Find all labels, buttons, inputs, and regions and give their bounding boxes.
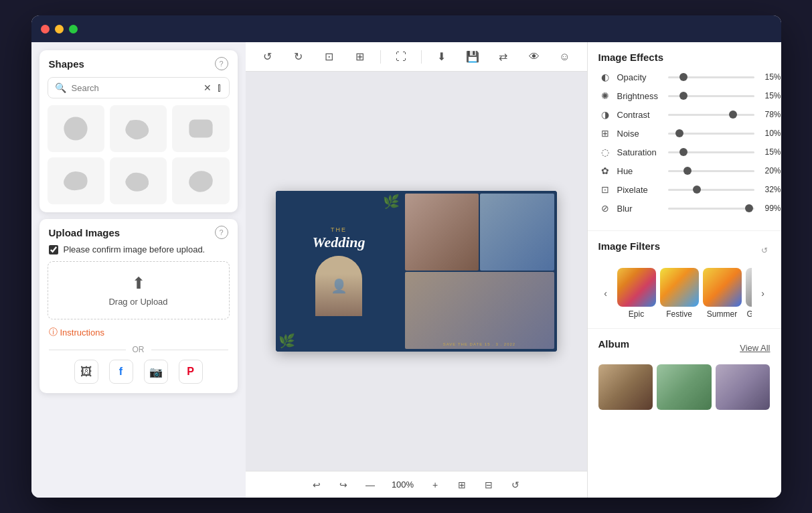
shape-item-blob3[interactable] [110,157,167,204]
or-text: OR [133,345,145,354]
search-filter-icon[interactable]: ⫿ [217,82,222,94]
instagram-button[interactable]: 📷 [144,360,168,384]
shape-item-blob4[interactable] [172,157,229,204]
share-button[interactable]: ⇄ [493,46,514,68]
effect-row-opacity: ◐ Opacity 15% ↺ [598,71,770,83]
card-photo-top-right [480,194,554,271]
view-all-link[interactable]: View All [740,343,770,353]
blur-slider[interactable] [668,208,754,210]
canvas-refresh-button[interactable]: ↺ [506,475,525,494]
upload-dropzone[interactable]: ⬆ Drag or Upload [48,261,230,319]
upload-panel: Upload Images ? Please confirm image bef… [39,219,238,393]
shapes-search-bar[interactable]: 🔍 ✕ ⫿ [48,77,230,98]
filter-item-epic[interactable]: Epic [617,268,656,319]
contrast-label: Contrast [617,110,663,120]
upload-help-button[interactable]: ? [215,226,228,239]
hue-value: 20% [760,166,781,175]
filters-prev-button[interactable]: ‹ [598,286,613,301]
shape-item-blob1[interactable] [110,105,167,152]
main-area: Shapes ? 🔍 ✕ ⫿ [31,42,781,498]
noise-value: 10% [760,129,781,138]
svg-rect-1 [189,119,212,137]
shape-item-rounded-rect[interactable] [172,105,229,152]
facebook-button[interactable]: f [109,360,133,384]
pinterest-button[interactable]: P [179,360,203,384]
effect-row-blur: ⊘ Blur 99% ↺ [598,202,770,214]
undo-button[interactable]: ↺ [257,46,278,68]
filter-item-festive[interactable]: Festive [660,268,699,319]
filter-item-summer[interactable]: Summer [703,268,742,319]
hue-slider[interactable] [668,170,754,172]
brightness-icon: ✺ [598,90,612,101]
album-section-title: Album [598,338,630,350]
card-wedding-title: Wedding [312,234,365,250]
filter-thumb-greyscale [746,268,752,307]
save-button[interactable]: 💾 [462,46,483,68]
card-right: SAVE THE DATE 15 . 3 . 2022 [402,191,557,352]
layout-button-2[interactable]: ⊟ [479,475,498,494]
canvas-area: ↺ ↻ ⊡ ⊞ ⛶ ⬇ 💾 ⇄ 👁 ☺ 🌿 [246,42,587,498]
grid-button[interactable]: ⊞ [349,46,371,68]
pixelate-label: Pixelate [617,185,663,195]
filters-section-title: Image Filters [598,240,661,252]
effect-row-hue: ✿ Hue 20% ↺ [598,165,770,177]
filter-preview-festive [660,268,699,307]
contrast-slider[interactable] [668,114,754,116]
opacity-slider[interactable] [668,76,754,78]
album-photo-1[interactable] [598,364,653,410]
noise-icon: ⊞ [598,128,612,139]
canvas-frame[interactable]: 🌿 THE Wedding 🌿 [276,191,557,352]
minimize-button[interactable] [55,25,64,33]
shapes-help-button[interactable]: ? [215,57,228,70]
filter-item-greyscale[interactable]: Greyscale [746,268,752,319]
pixelate-slider[interactable] [668,189,754,191]
toolbar-divider-2 [421,50,422,64]
shape-item-circle[interactable] [48,105,104,152]
zoom-out-button[interactable]: — [361,475,380,494]
noise-slider[interactable] [668,133,754,135]
maximize-button[interactable] [69,25,78,33]
pixelate-value: 32% [760,185,781,194]
album-photo-3[interactable] [716,364,770,410]
confirm-checkbox-row: Please confirm image before upload. [39,242,238,261]
confirm-checkbox[interactable] [49,245,58,254]
brightness-slider[interactable] [668,95,754,97]
filters-header: Image Filters ↺ [598,240,770,260]
close-button[interactable] [41,25,50,33]
shape-item-blob2[interactable] [48,157,104,204]
left-panels: Shapes ? 🔍 ✕ ⫿ [31,42,246,498]
filters-refresh-button[interactable]: ↺ [758,244,770,256]
layout-button-1[interactable]: ⊞ [453,475,471,494]
saturation-slider[interactable] [668,151,754,153]
filters-section: Image Filters ↺ ‹ Epic [588,231,781,329]
gallery-button[interactable]: 🖼 [74,360,98,384]
filter-label-festive: Festive [666,309,692,319]
filter-preview-epic [617,268,656,307]
upload-panel-header: Upload Images ? [39,219,238,242]
confirm-label: Please confirm image before upload. [64,244,206,254]
download-button[interactable]: ⬇ [431,46,453,68]
card-the-text: THE [331,226,347,233]
settings-button[interactable]: ☺ [554,46,576,68]
canvas-content[interactable]: 🌿 THE Wedding 🌿 [246,72,587,471]
effect-row-saturation: ◌ Saturation 15% ↺ [598,146,770,158]
redo-button[interactable]: ↻ [288,46,309,68]
contrast-value: 78% [760,110,781,119]
canvas-redo-button[interactable]: ↪ [334,475,353,494]
preview-button[interactable]: 👁 [523,46,545,68]
instructions-link[interactable]: ⓘ Instructions [39,326,238,342]
filter-label-summer: Summer [707,309,737,319]
search-clear-icon[interactable]: ✕ [204,82,212,93]
filter-thumb-summer [703,268,742,307]
app-window: Shapes ? 🔍 ✕ ⫿ [31,15,781,498]
shapes-grid [39,105,238,212]
expand-button[interactable]: ⛶ [390,46,412,68]
shapes-search-input[interactable] [72,83,198,93]
zoom-in-button[interactable]: + [426,475,444,494]
canvas-undo-button[interactable]: ↩ [307,475,326,494]
filters-next-button[interactable]: › [756,286,770,301]
album-photo-2[interactable] [657,364,712,410]
frame-button[interactable]: ⊡ [319,46,340,68]
wedding-card: 🌿 THE Wedding 🌿 [276,191,557,352]
effect-row-pixelate: ⊡ Pixelate 32% ↺ [598,184,770,196]
